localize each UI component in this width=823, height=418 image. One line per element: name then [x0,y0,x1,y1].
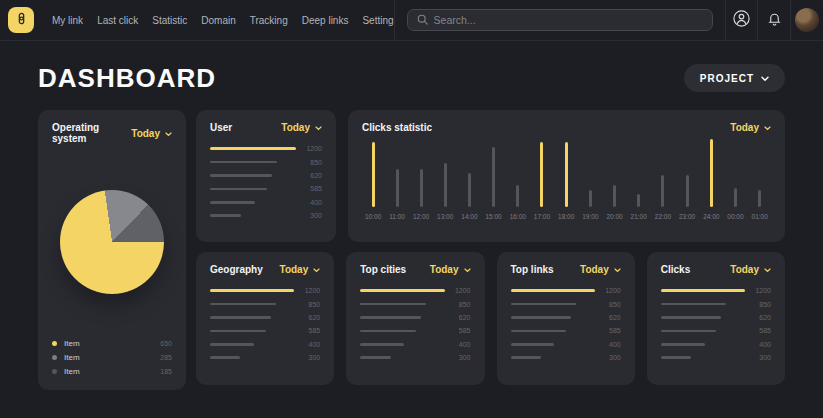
chevron-down-icon [165,128,172,139]
bar-row: 1200 [360,284,470,297]
bar-track [360,316,444,319]
bar-value: 1200 [296,145,322,152]
notifications-button[interactable] [757,0,790,40]
bar [511,289,595,292]
bar-row: 585 [360,324,470,337]
search-input[interactable] [434,14,703,26]
bar-track [360,356,444,359]
bar-value: 850 [294,301,320,308]
bar-column: 20:00 [606,139,622,220]
bar-row: 620 [210,169,322,182]
bar-row: 585 [661,324,771,337]
bar-row: 300 [360,351,470,364]
bar-track [210,289,294,292]
bar-row: 850 [210,297,320,310]
bar-value: 585 [296,185,322,192]
bar-column: 21:00 [631,139,647,220]
bar-value: 400 [445,341,471,348]
bar [444,163,447,207]
link-icon [15,11,28,29]
bar [360,316,421,319]
bar-value: 1200 [445,287,471,294]
bar [420,169,423,207]
cards-grid: Operating system Today Item 650 Item [38,110,785,390]
bar [210,343,254,346]
bar-value: 850 [595,301,621,308]
chevron-down-icon [761,73,769,84]
bar [661,343,705,346]
bar [210,303,276,306]
time-label: 24:00 [703,213,719,220]
bar-value: 620 [595,314,621,321]
bar-value: 620 [745,314,771,321]
search-area [394,0,725,40]
period-dropdown[interactable]: Today [430,264,471,275]
bar-track [661,343,745,346]
bar [468,173,471,207]
bar [661,316,722,319]
search-box[interactable] [407,9,713,31]
card-title: User [210,122,232,133]
bar-row: 400 [360,338,470,351]
bar-column: 11:00 [389,139,405,220]
bar-value: 1200 [745,287,771,294]
account-button[interactable] [725,0,758,40]
bar-track [511,330,595,333]
bar-row: 585 [511,324,621,337]
period-dropdown[interactable]: Today [280,264,321,275]
nav-item-domain[interactable]: Domain [201,15,235,26]
card-geography: Geography Today 1200 [196,252,334,385]
nav-item-last-click[interactable]: Last click [97,15,138,26]
time-label: 00:00 [727,213,743,220]
profile-button[interactable] [790,0,823,40]
main-content: DASHBOARD PROJECT Operating system Today [0,58,823,390]
nav-item-statistic[interactable]: Statistic [152,15,187,26]
bar-value: 620 [296,172,322,179]
legend-value: 285 [160,354,172,361]
nav-item-my-link[interactable]: My link [52,15,83,26]
chevron-down-icon [313,264,320,275]
bar-value: 300 [296,212,322,219]
bar-value: 400 [294,341,320,348]
bar [360,289,444,292]
app-logo[interactable] [8,7,34,33]
time-label: 01:00 [752,213,768,220]
bar [210,188,267,191]
bar [210,316,271,319]
period-dropdown[interactable]: Today [131,128,172,139]
bar [540,142,543,207]
bar [360,356,390,359]
bar [210,330,266,333]
bar-track [210,316,294,319]
period-dropdown[interactable]: Today [730,264,771,275]
bar-list: 1200 850 620 585 [647,284,785,374]
bar-row: 850 [210,155,322,168]
period-label: Today [730,264,759,275]
project-dropdown-label: PROJECT [700,73,754,84]
search-icon [417,11,428,29]
bar-row: 620 [210,311,320,324]
card-title: Operating system [52,122,131,144]
bar [734,188,737,207]
bar [360,343,404,346]
project-dropdown[interactable]: PROJECT [684,64,785,92]
nav-item-setting[interactable]: Setting [362,15,393,26]
bar [210,161,277,164]
time-label: 10:00 [365,213,381,220]
nav-item-tracking[interactable]: Tracking [250,15,288,26]
period-dropdown[interactable]: Today [580,264,621,275]
main-nav: My link Last click Statistic Domain Trac… [52,0,394,40]
bar-row: 400 [210,196,322,209]
bar-column: 22:00 [655,139,671,220]
bar-row: 585 [210,182,322,195]
bar [661,356,691,359]
period-dropdown[interactable]: Today [281,122,322,133]
bar-value: 585 [745,327,771,334]
nav-item-deep-links[interactable]: Deep links [302,15,349,26]
bar [210,174,272,177]
time-label: 18:00 [558,213,574,220]
bar-track [210,303,294,306]
period-dropdown[interactable]: Today [730,122,771,133]
time-label: 20:00 [606,213,622,220]
bar-row: 1200 [511,284,621,297]
